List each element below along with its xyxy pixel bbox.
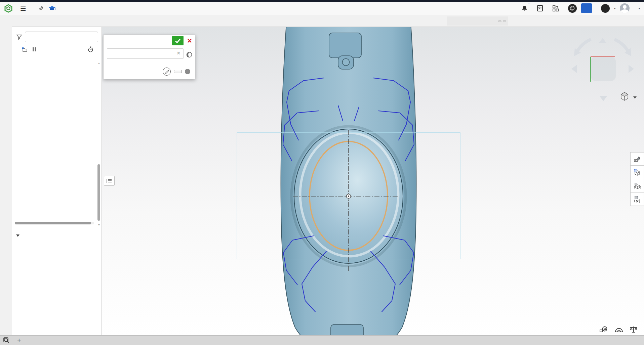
parts-section-header[interactable] (12, 231, 102, 240)
ai-advisor-icon[interactable] (568, 4, 577, 13)
sketch-options-icon[interactable] (163, 68, 171, 76)
help-caret-icon[interactable]: ▾ (614, 7, 616, 10)
feature-filter-input[interactable] (25, 32, 98, 42)
sketch-dialog: ✕ ✕ (103, 35, 195, 79)
viewport-right-rail (630, 152, 644, 206)
suspend-rebuild-icon[interactable] (32, 47, 36, 52)
main-menu-icon[interactable]: ☰ (20, 4, 26, 12)
copy-link-icon[interactable] (38, 5, 44, 11)
roll-cw-icon[interactable] (614, 39, 629, 52)
kbd-c (503, 20, 506, 22)
view-navigation-widget[interactable] (567, 29, 644, 107)
named-views-cube-icon[interactable] (630, 166, 644, 179)
custom-table-icon[interactable] (630, 192, 644, 206)
notification-count-badge (528, 3, 530, 3)
education-cap-icon[interactable] (49, 6, 55, 11)
share-button[interactable] (581, 3, 592, 13)
search-tools-box[interactable] (447, 16, 508, 26)
notifications-bell-icon[interactable] (521, 5, 528, 12)
view-cube-menu-icon[interactable] (621, 92, 637, 100)
scroll-down-icon[interactable]: ▼ (97, 223, 100, 226)
app-store-grid-icon[interactable] (552, 5, 559, 12)
new-folder-icon[interactable] (22, 47, 28, 52)
new-tab-icon[interactable]: + (13, 336, 26, 345)
configured-cube-icon[interactable] (630, 179, 644, 192)
features-vertical-scrollbar[interactable]: ▲ ▼ (97, 62, 100, 224)
feature-list-panel: ▲ ▼ (12, 27, 102, 335)
user-menu-caret-icon[interactable]: ▾ (638, 7, 640, 10)
parts-chevron-icon (16, 234, 19, 237)
tasks-checklist-icon[interactable] (537, 5, 543, 12)
document-header: ☰ ▾ ▾ (0, 2, 644, 15)
appearance-icon[interactable] (630, 152, 644, 166)
rotate-up-icon[interactable] (599, 38, 607, 43)
horizontal-scroll-thumb[interactable] (15, 222, 91, 224)
dialog-help-icon[interactable] (185, 69, 190, 74)
clear-selection-icon[interactable]: ✕ (176, 50, 180, 56)
measure-toolbar (599, 326, 638, 333)
tape-measure-icon[interactable] (599, 326, 608, 333)
user-avatar[interactable] (620, 3, 630, 13)
mass-properties-icon[interactable] (629, 326, 638, 333)
final-button[interactable] (174, 70, 182, 73)
rotate-down-icon[interactable] (599, 96, 607, 101)
protractor-icon[interactable] (614, 326, 623, 333)
feature-list (12, 61, 96, 221)
sketch-plane-field[interactable]: ✕ (107, 48, 184, 59)
kbd-alt (498, 20, 501, 22)
help-icon[interactable] (601, 4, 610, 13)
left-panel-rail (0, 15, 12, 335)
selection-sphere-icon[interactable] (186, 52, 192, 59)
search-tabs-icon[interactable] (0, 336, 13, 345)
features-horizontal-scrollbar[interactable] (15, 222, 94, 224)
dialog-checkboxes (104, 59, 195, 64)
filter-funnel-icon[interactable] (16, 34, 22, 40)
rotate-right-icon[interactable] (629, 65, 634, 73)
onshape-logo-icon (4, 4, 13, 13)
sketch-plane-value[interactable] (110, 53, 176, 54)
accept-button[interactable] (172, 36, 184, 45)
vertical-scroll-thumb[interactable] (97, 164, 100, 221)
onshape-logo[interactable] (4, 4, 15, 13)
view-face-button[interactable] (591, 57, 616, 81)
rollback-stopwatch-icon[interactable] (88, 46, 93, 52)
check-icon (175, 38, 181, 43)
sketch-toolbar (12, 15, 644, 27)
graphics-area[interactable]: ✕ ✕ (102, 27, 644, 335)
sketch-list-flyout-toggle[interactable] (104, 176, 115, 186)
rotate-left-icon[interactable] (571, 65, 577, 73)
cancel-button[interactable]: ✕ (186, 36, 194, 45)
scroll-up-icon[interactable]: ▲ (97, 62, 100, 65)
truck-cutout-bottom[interactable] (331, 325, 363, 335)
sketch-origin-dot (348, 196, 349, 197)
roll-ccw-icon[interactable] (577, 39, 591, 52)
tab-bar: + (0, 335, 644, 345)
